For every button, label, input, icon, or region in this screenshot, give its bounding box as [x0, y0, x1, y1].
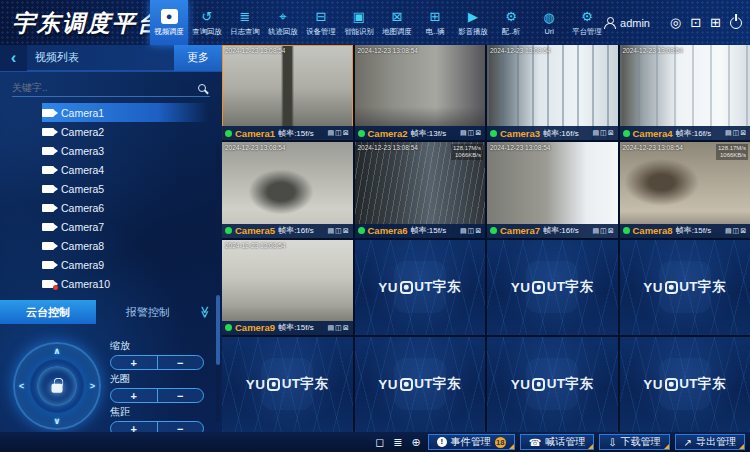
camera-list-item[interactable]: Camera8 — [42, 236, 208, 255]
tile-mini-icons[interactable]: ▤◫⊠ — [460, 227, 482, 235]
username: admin — [620, 17, 650, 29]
camera-offline-icon — [42, 280, 54, 288]
tab-alarm-control[interactable]: 报警控制 — [96, 305, 199, 320]
tile-info-bar: Camera6 帧率:15f/s ▤◫⊠ — [355, 224, 486, 238]
export-mgmt-button[interactable]: ↗ 导出管理 — [675, 434, 745, 450]
shout-mgmt-button[interactable]: ☎ 喊话管理 — [520, 434, 594, 450]
camera-list-item[interactable]: Camera5 — [42, 179, 208, 198]
event-mgmt-button[interactable]: ! 事件管理 18 — [428, 434, 515, 450]
nav-item-config-analysis[interactable]: ⚙ 配..析 — [492, 0, 530, 45]
tile-mini-icons[interactable]: ▤◫⊠ — [725, 129, 747, 137]
tile-mini-icons[interactable]: ▤◫⊠ — [592, 129, 614, 137]
video-tile[interactable]: 2024-12-23 13:08:54 Camera2 帧率:13f/s ▤◫⊠ — [355, 45, 486, 140]
track-pin-icon: ⌖ — [279, 9, 286, 24]
tile-timestamp: 2024-12-23 13:08:54 — [490, 144, 550, 151]
ptz-left-icon[interactable]: < — [19, 381, 24, 391]
online-dot — [358, 227, 365, 234]
tile-mini-icons[interactable]: ▤◫⊠ — [725, 227, 747, 235]
empty-tile[interactable]: YUUT宇东 — [620, 337, 750, 432]
video-tile[interactable]: 2024-12-23 13:08:54 Camera3 帧率:16f/s ▤◫⊠ — [487, 45, 618, 140]
ptz-right-icon[interactable]: > — [90, 381, 95, 391]
top-bar: 宇东调度平台 ● 视频调度 ↺ 查询回放 ≣ 日志查询 ⌖ 轨迹回放 ⊟ 设备管… — [0, 0, 750, 45]
empty-tile[interactable]: YUUT宇东 — [620, 240, 750, 335]
zoom-label: 缩放 — [110, 339, 210, 353]
video-tile[interactable]: 2024-12-23 13:08:54 Camera5 帧率:16f/s ▤◫⊠ — [222, 142, 353, 237]
collapse-sidebar-button[interactable]: ‹ — [0, 45, 27, 71]
tile-mini-icons[interactable]: ▤◫⊠ — [327, 227, 349, 235]
camera-list: Camera1 Camera2 Camera3 Camera4 Camera5 … — [0, 103, 222, 293]
iris-close-button[interactable]: − — [158, 389, 204, 402]
tile-mini-icons[interactable]: ▤◫⊠ — [327, 324, 349, 332]
layout-icon[interactable]: ◻ — [375, 436, 384, 448]
camera-list-item[interactable]: Camera9 — [42, 255, 208, 274]
zoom-in-button[interactable]: + — [111, 356, 157, 369]
health-monitor-icon[interactable]: ⊕ — [412, 436, 421, 448]
empty-tile[interactable]: YUUT宇东 — [355, 337, 486, 432]
camera-list-item[interactable]: Camera4 — [42, 160, 208, 179]
video-tile[interactable]: 2024-12-23 13:08:54 Camera4 帧率:16f/s ▤◫⊠ — [620, 45, 750, 140]
iris-open-button[interactable]: + — [111, 389, 157, 402]
tile-mini-icons[interactable]: ▤◫⊠ — [460, 129, 482, 137]
tile-mini-icons[interactable]: ▤◫⊠ — [327, 129, 349, 137]
nav-item-video-dispatch[interactable]: ● 视频调度 — [150, 0, 188, 45]
nav-item-ai-recognition[interactable]: ▣ 智能识别 — [340, 0, 378, 45]
focus-far-button[interactable]: − — [158, 422, 204, 432]
tile-mini-icons[interactable]: ▤◫⊠ — [592, 227, 614, 235]
list-view-icon[interactable]: ≣ — [393, 436, 402, 448]
camera-list-item[interactable]: Camera2 — [42, 122, 208, 141]
ptz-controls: 缩放 + − 光圈 + − 焦距 + − 速度 50 — [110, 338, 210, 432]
tile-info-bar: Camera9 帧率:15f/s ▤◫⊠ — [222, 321, 353, 335]
video-tile[interactable]: 2024-12-23 13:08:54 Camera7 帧率:16f/s ▤◫⊠ — [487, 142, 618, 237]
chevron-down-icon[interactable]: ≫ — [199, 306, 213, 319]
video-tile[interactable]: 2024-12-23 13:08:54 128.17M/s1066KB/s Ca… — [620, 142, 750, 237]
settings-icon[interactable]: ◎ — [670, 16, 681, 30]
camera-list-item[interactable]: Camera3 — [42, 141, 208, 160]
focus-near-button[interactable]: + — [111, 422, 157, 432]
camera-list-item[interactable]: Camera1 — [42, 103, 208, 122]
video-list-header: ‹ 视频列表 更多 — [0, 45, 222, 72]
camera-list-item[interactable]: Camera10 — [42, 274, 208, 293]
camera-lens-icon — [400, 378, 413, 391]
download-mgmt-button[interactable]: ⇩ 下载管理 — [599, 434, 669, 450]
empty-tile[interactable]: YUUT宇东 — [355, 240, 486, 335]
empty-tile[interactable]: YUUT宇东 — [487, 240, 618, 335]
video-tile[interactable]: 2024-12-23 13:08:54 Camera1 帧率:15f/s ▤◫⊠ — [222, 45, 353, 140]
search-icon[interactable] — [198, 84, 206, 92]
empty-tile[interactable]: YUUT宇东 — [487, 337, 618, 432]
zoom-out-button[interactable]: − — [158, 356, 204, 369]
user-menu[interactable]: admin — [604, 0, 650, 45]
brand-watermark: YUUT宇东 — [620, 240, 750, 335]
tile-timestamp: 2024-12-23 13:08:54 — [225, 144, 285, 151]
nav-item-track-playback[interactable]: ⌖ 轨迹回放 — [264, 0, 302, 45]
power-icon[interactable] — [730, 17, 742, 29]
nav-item-vehicle[interactable]: ⊞ 电..辆 — [416, 0, 454, 45]
camera-list-item[interactable]: Camera6 — [42, 198, 208, 217]
tab-ptz-control[interactable]: 云台控制 — [0, 300, 96, 324]
device-icon: ⊟ — [316, 9, 327, 24]
nav-item-platform-mgmt[interactable]: ⚙ 平台管理 — [568, 0, 606, 45]
sidebar-scrollbar[interactable] — [216, 145, 220, 422]
nav-item-query-playback[interactable]: ↺ 查询回放 — [188, 0, 226, 45]
search-input[interactable] — [12, 82, 198, 93]
ptz-joystick[interactable]: ∧ ∨ < > — [13, 342, 101, 430]
nav-item-url[interactable]: ◍ Url — [530, 0, 568, 45]
windows-icon[interactable]: ⊞ — [710, 16, 721, 30]
brand-watermark: YUUT宇东 — [487, 240, 618, 335]
app-title: 宇东调度平台 — [12, 8, 162, 39]
more-button[interactable]: 更多 — [174, 45, 222, 71]
camera-list-item[interactable]: Camera7 — [42, 217, 208, 236]
map-icon: ⊠ — [392, 9, 403, 24]
nav-item-media-play[interactable]: ▶ 影音播放 — [454, 0, 492, 45]
nav-item-map-dispatch[interactable]: ⊠ 地图调度 — [378, 0, 416, 45]
pip-window-icon[interactable]: ⊡ — [690, 16, 701, 30]
ptz-up-icon[interactable]: ∧ — [53, 346, 60, 356]
empty-tile[interactable]: YUUT宇东 — [222, 337, 353, 432]
video-tile[interactable]: 2024-12-23 13:08:54 Camera9 帧率:15f/s ▤◫⊠ — [222, 240, 353, 335]
video-tile[interactable]: 2024-12-23 13:08:54 128.17M/s1066KB/s Ca… — [355, 142, 486, 237]
user-icon — [604, 17, 615, 29]
focus-stepper: + − — [110, 421, 204, 432]
event-count-badge: 18 — [495, 437, 506, 448]
nav-item-device-mgmt[interactable]: ⊟ 设备管理 — [302, 0, 340, 45]
nav-item-log-query[interactable]: ≣ 日志查询 — [226, 0, 264, 45]
ptz-down-icon[interactable]: ∨ — [53, 416, 60, 426]
